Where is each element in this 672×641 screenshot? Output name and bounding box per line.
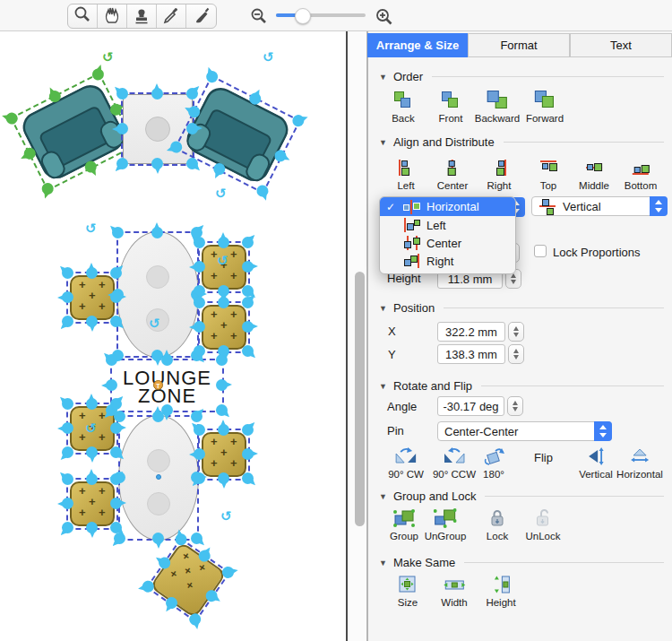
disclosure-triangle-icon[interactable]: ▼ [379,382,387,391]
selection-handle[interactable] [247,91,263,106]
selection-handle[interactable] [186,123,198,134]
selection-handle[interactable] [59,471,75,487]
align-center-button[interactable]: Center [437,156,469,191]
rotate-90cw-button[interactable]: 90° CW [388,445,424,480]
selection-handle[interactable] [62,498,73,509]
selection-handle[interactable] [191,472,202,483]
x-stepper[interactable] [508,322,524,342]
selection-handle[interactable] [152,411,164,422]
selection-handle[interactable] [59,395,75,411]
rotate-handle-icon[interactable]: ↺ [85,420,97,437]
disclosure-triangle-icon[interactable]: ▼ [379,138,387,147]
order-forward-button[interactable]: Forward [526,89,564,124]
selection-handle[interactable] [163,594,179,611]
disclosure-triangle-icon[interactable]: ▼ [379,304,387,313]
scrollbar-thumb[interactable] [355,272,365,526]
selection-handle[interactable] [40,181,55,195]
group-button[interactable]: Group [390,507,418,541]
y-stepper[interactable] [508,344,524,364]
angle-field[interactable]: -30.17 deg [437,396,504,416]
cushion[interactable]: +++++ [70,275,115,320]
unlock-button[interactable]: UnLock [526,507,561,541]
zoom-slider-track[interactable] [276,13,366,17]
lock-button[interactable]: Lock [485,507,510,541]
selection-handle[interactable] [151,88,163,100]
selection-handle[interactable] [109,224,125,240]
selection-handle[interactable] [242,448,254,460]
selection-handle[interactable] [291,113,306,127]
cushion-rotated[interactable]: +++++ [150,541,227,619]
make-same-width-button[interactable]: Width [441,573,467,608]
brush-tool-button[interactable] [186,4,216,28]
selection-handle[interactable] [242,261,254,273]
selection-handle[interactable] [83,159,99,174]
selection-handle[interactable] [188,612,202,626]
side-table[interactable] [123,94,193,164]
selection-handle[interactable] [211,161,227,177]
selection-handle[interactable] [239,294,255,310]
selection-handle[interactable] [106,379,117,391]
selection-handle[interactable] [203,588,220,604]
align-top-button[interactable]: Top [536,156,561,191]
disclosure-triangle-icon[interactable]: ▼ [379,492,387,501]
distribute-vertical-popup[interactable]: Vertical [531,196,668,216]
flip-horizontal-button[interactable]: Horizontal [616,445,663,480]
selection-handle[interactable] [239,421,255,437]
selection-handle[interactable] [110,422,122,434]
selection-handle[interactable] [59,519,75,535]
pin-popup[interactable]: Center-Center [437,421,612,441]
selection-handle[interactable] [59,313,75,329]
make-same-size-button[interactable]: Size [395,573,420,608]
selection-handle[interactable] [86,522,98,533]
ungroup-button[interactable]: UnGroup [425,507,467,541]
selection-handle[interactable] [204,69,219,83]
drawing-canvas[interactable]: +++++ +++++ +++++ LOUNGE ZONE T +++++ ++… [0,31,346,641]
menu-item-center[interactable]: Center [380,234,515,252]
selection-handle[interactable] [86,398,98,410]
rotate-handle-icon[interactable]: ↺ [102,49,114,65]
selection-handle[interactable] [86,316,98,327]
lock-proportions-checkbox[interactable] [534,245,547,257]
zoom-tool-button[interactable] [68,4,98,28]
angle-stepper[interactable] [507,396,523,416]
oval-table-bottom[interactable] [118,415,199,541]
selection-handle[interactable] [194,448,205,460]
selection-handle[interactable] [116,123,128,134]
order-front-button[interactable]: Front [438,89,463,124]
selection-handle[interactable] [59,264,75,281]
selection-handle[interactable] [86,473,98,485]
lounge-zone-label[interactable]: LOUNGE ZONE T [110,359,224,412]
selection-handle[interactable] [4,111,19,126]
pan-tool-button[interactable] [98,4,127,28]
selection-handle[interactable] [272,148,288,163]
eyedropper-tool-button[interactable] [157,4,186,28]
selection-handle[interactable] [213,351,229,368]
x-field[interactable]: 322.2 mm [437,322,505,342]
selection-handle[interactable] [62,291,73,303]
selection-handle[interactable] [218,297,229,308]
selection-handle[interactable] [255,184,270,198]
make-same-height-button[interactable]: Height [486,573,515,608]
selection-handle[interactable] [151,227,163,238]
selection-handle[interactable] [114,155,130,171]
selection-handle[interactable] [239,342,255,359]
selection-handle[interactable] [142,580,155,593]
selection-handle[interactable] [90,67,105,82]
rotate-handle-icon[interactable]: ↺ [220,508,232,524]
rotate-90ccw-button[interactable]: 90° CCW [433,445,476,480]
selection-handle[interactable] [216,379,228,391]
flip-vertical-button[interactable]: Vertical [579,445,613,480]
cushion[interactable]: +++++ [70,481,115,526]
rotate-180-button[interactable]: 180° [481,445,506,480]
menu-item-right[interactable]: Right [380,252,515,270]
zoom-slider-thumb[interactable] [295,8,311,24]
selection-handle[interactable] [218,237,229,248]
selection-handle[interactable] [218,424,229,436]
align-middle-button[interactable]: Middle [579,156,609,191]
rotate-handle-icon[interactable]: ↺ [215,186,227,202]
selection-handle[interactable] [242,321,254,333]
order-backward-button[interactable]: Backward [475,89,521,124]
selection-handle[interactable] [186,104,202,119]
selection-handle[interactable] [86,267,98,279]
cushion[interactable]: +++++ [202,432,246,477]
